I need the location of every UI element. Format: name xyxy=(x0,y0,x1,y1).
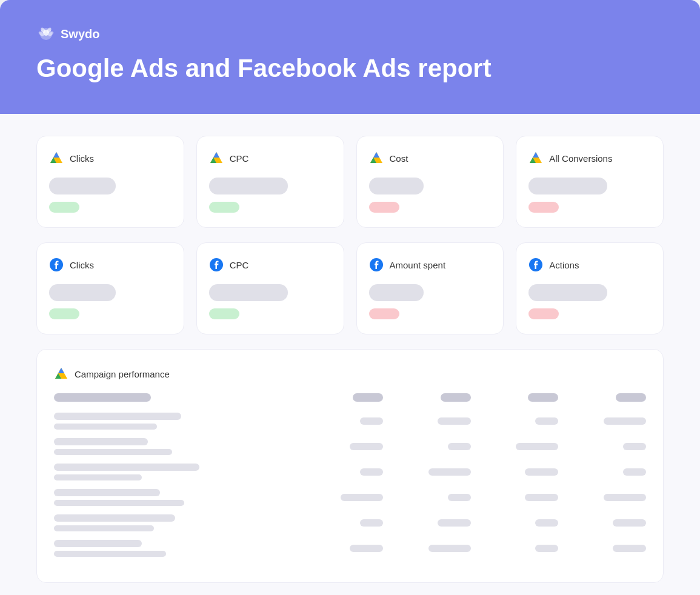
skeleton-cell xyxy=(54,424,157,430)
facebook-icon xyxy=(528,258,543,272)
skeleton-value xyxy=(49,178,116,194)
skeleton-cell xyxy=(516,443,558,450)
card-header-fb-actions: Actions xyxy=(528,258,651,272)
google-ads-icon xyxy=(54,367,68,381)
card-label-google-cost: Cost xyxy=(390,153,408,164)
skeleton-value xyxy=(528,284,607,301)
card-google-cpc: CPC xyxy=(196,136,344,228)
logo-text: Swydo xyxy=(61,27,99,41)
skeleton-header-col xyxy=(616,393,646,402)
card-google-cost: Cost xyxy=(356,136,504,228)
facebook-icon xyxy=(369,258,384,272)
skeleton-cell xyxy=(54,464,199,471)
card-fb-actions: Actions xyxy=(516,242,664,334)
skeleton-cell xyxy=(448,494,471,501)
skeleton-change xyxy=(49,308,79,319)
card-header-google-clicks: Clicks xyxy=(49,151,172,165)
card-header-google-cost: Cost xyxy=(369,151,492,165)
google-ads-icon xyxy=(49,151,64,165)
skeleton-cell xyxy=(54,500,184,506)
table-header-row xyxy=(54,393,646,402)
skeleton-cell xyxy=(341,494,383,501)
card-label-fb-clicks: Clicks xyxy=(70,260,94,270)
skeleton-cell xyxy=(525,468,558,476)
skeleton-value xyxy=(49,284,116,301)
card-label-google-clicks: Clicks xyxy=(70,153,94,164)
skeleton-cell xyxy=(604,417,646,425)
skeleton-cell xyxy=(448,443,471,450)
card-label-fb-cpc: CPC xyxy=(230,260,249,270)
skeleton-header-col xyxy=(353,393,383,402)
skeleton-header-col xyxy=(528,393,558,402)
skeleton-cell xyxy=(428,468,471,476)
table-row xyxy=(54,514,646,531)
table-row xyxy=(54,489,646,506)
card-header-fb-cpc: CPC xyxy=(209,258,332,272)
skeleton-cell xyxy=(54,449,172,455)
skeleton-cell xyxy=(623,443,646,450)
skeleton-cell xyxy=(525,494,558,501)
skeleton-change xyxy=(528,202,559,213)
skeleton-value xyxy=(209,284,288,301)
table-row xyxy=(54,540,646,557)
skeleton-cell xyxy=(54,413,181,420)
skeleton-cell xyxy=(54,525,154,531)
skeleton-change xyxy=(209,308,239,319)
skeleton-cell xyxy=(535,519,558,527)
skeleton-cell xyxy=(54,489,160,496)
card-google-clicks: Clicks xyxy=(36,136,184,228)
table-skeleton xyxy=(54,393,646,557)
card-label-fb-actions: Actions xyxy=(549,260,579,270)
google-ads-icon xyxy=(528,151,543,165)
card-header-fb-clicks: Clicks xyxy=(49,258,172,272)
skeleton-cell xyxy=(535,417,558,425)
skeleton-cell xyxy=(54,514,175,522)
svg-marker-16 xyxy=(533,152,539,158)
main-content: Clicks CPC xyxy=(0,114,700,595)
skeleton-cell xyxy=(54,540,142,547)
table-row xyxy=(54,438,646,455)
card-fb-cpc: CPC xyxy=(196,242,344,334)
skeleton-change xyxy=(209,202,239,213)
google-ads-icon xyxy=(369,151,384,165)
skeleton-change xyxy=(369,202,399,213)
skeleton-cell xyxy=(360,468,383,476)
google-ads-icon xyxy=(209,151,224,165)
skeleton-cell xyxy=(613,545,646,552)
skeleton-value xyxy=(528,178,607,194)
skeleton-value xyxy=(369,178,424,194)
skeleton-header-col xyxy=(441,393,471,402)
skeleton-cell xyxy=(604,494,646,501)
facebook-icon xyxy=(49,258,64,272)
skeleton-header xyxy=(54,393,151,402)
table-row xyxy=(54,464,646,480)
page-container: Swydo Google Ads and Facebook Ads report… xyxy=(0,0,700,595)
facebook-icon xyxy=(209,258,224,272)
header: Swydo Google Ads and Facebook Ads report xyxy=(0,0,700,114)
skeleton-cell xyxy=(438,519,471,527)
svg-marker-23 xyxy=(58,368,64,373)
svg-marker-7 xyxy=(53,152,59,158)
skeleton-cell xyxy=(350,443,383,450)
performance-header: Campaign performance xyxy=(54,367,646,381)
card-label-google-cpc: CPC xyxy=(230,153,249,164)
skeleton-cell xyxy=(350,545,383,552)
card-label-fb-amount-spent: Amount spent xyxy=(390,260,446,270)
google-ads-cards-row: Clicks CPC xyxy=(36,136,664,228)
skeleton-value xyxy=(369,284,424,301)
skeleton-cell xyxy=(623,468,646,476)
performance-title: Campaign performance xyxy=(75,369,170,379)
skeleton-cell xyxy=(54,551,166,557)
skeleton-change xyxy=(528,308,559,319)
card-header-google-cpc: CPC xyxy=(209,151,332,165)
skeleton-cell xyxy=(438,417,471,425)
skeleton-change xyxy=(369,308,399,319)
logo: Swydo xyxy=(36,24,664,44)
card-label-google-all-conversions: All Conversions xyxy=(549,153,612,164)
skeleton-cell xyxy=(613,519,646,527)
card-header-google-all-conversions: All Conversions xyxy=(528,151,651,165)
card-header-fb-amount-spent: Amount spent xyxy=(369,258,492,272)
skeleton-cell xyxy=(535,545,558,552)
skeleton-cell xyxy=(360,519,383,527)
skeleton-value xyxy=(209,178,288,194)
